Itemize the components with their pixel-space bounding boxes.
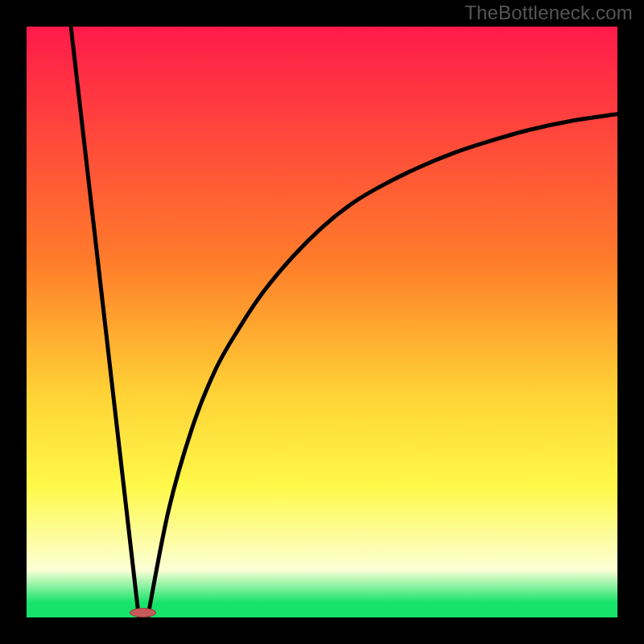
chart-svg [0,0,644,644]
watermark-text: TheBottleneck.com [464,2,633,24]
plot-background [27,27,617,617]
min-marker [130,609,155,617]
chart-stage: TheBottleneck.com [0,0,644,644]
